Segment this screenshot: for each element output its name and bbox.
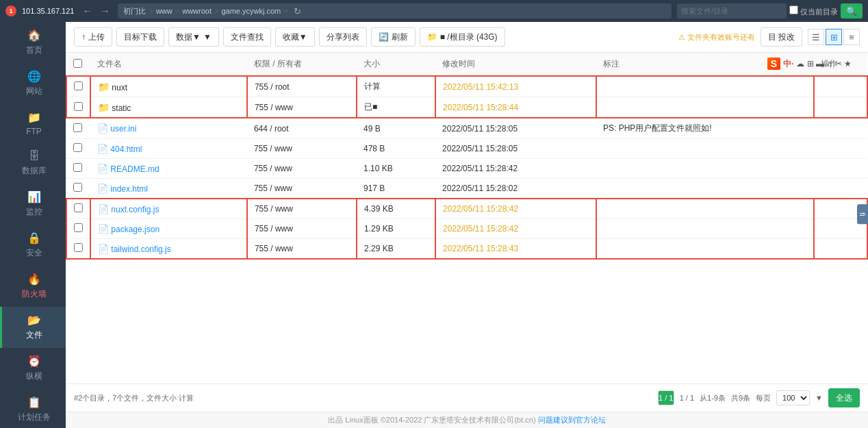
warning-icon: ⚠	[678, 33, 685, 42]
breadcrumb-part1[interactable]: 初门比	[123, 6, 146, 16]
row-size: 1.29 KB	[357, 219, 435, 239]
page-number[interactable]: 1 / 1	[658, 390, 674, 405]
table-row: 📄 package.json 755 / www 1.29 KB 2022/05…	[66, 219, 867, 239]
filename-link[interactable]: tailwind.config.js	[111, 244, 170, 254]
filename-link[interactable]: nuxt	[112, 83, 127, 92]
row-filename[interactable]: 📁 static	[90, 97, 247, 118]
sidebar-item-ftp[interactable]: 📁 FTP	[0, 104, 66, 143]
collect-button[interactable]: 收藏▼	[275, 27, 315, 47]
refresh-button[interactable]: 🔄 刷新	[371, 27, 416, 47]
page-total: 1 / 1	[680, 394, 694, 402]
file-table-wrap: 文件名 权限 / 所有者 大小 修改时间 标注 操作 📁 nuxt 755 / …	[66, 53, 868, 383]
header-check	[66, 53, 90, 76]
row-filename[interactable]: 📁 nuxt	[90, 76, 247, 97]
row-checkbox[interactable]	[73, 123, 82, 132]
log-view-button[interactable]: 目 投改	[761, 27, 802, 47]
view-detail-button[interactable]: ≡	[843, 29, 860, 45]
row-tag	[596, 139, 814, 159]
row-filename[interactable]: 📄 nuxt.config.js	[90, 199, 247, 219]
row-filename[interactable]: 📄 index.html	[90, 179, 247, 199]
sidebar-item-database[interactable]: 🗄 数据库	[0, 143, 66, 184]
filename-link[interactable]: 404.html	[110, 144, 142, 154]
sidebar-item-files[interactable]: 📂 文件	[0, 307, 66, 348]
back-button[interactable]: ←	[79, 4, 94, 18]
row-size: 4.39 KB	[357, 199, 435, 219]
filename-link[interactable]: nuxt.config.js	[111, 205, 159, 214]
current-dir-checkbox[interactable]	[789, 5, 798, 14]
row-checkbox[interactable]	[74, 243, 83, 252]
row-checkbox-cell[interactable]	[66, 159, 90, 179]
filename-link[interactable]: static	[112, 103, 131, 113]
filename-link[interactable]: README.md	[110, 164, 159, 174]
sidebar-item-crontab[interactable]: ⏰ 纵横	[0, 348, 66, 389]
per-page-select[interactable]: 100 50 200	[776, 390, 810, 405]
row-date: 2022/05/11 15:28:05	[435, 139, 596, 159]
search-input[interactable]	[677, 3, 787, 18]
row-checkbox[interactable]	[74, 203, 83, 212]
sidebar-item-tasks[interactable]: 📋 计划任务	[0, 389, 66, 428]
footer-link1[interactable]: 问题建议到官方论坛	[538, 416, 606, 424]
select-all-checkbox[interactable]	[73, 59, 82, 68]
check-button[interactable]: 文件查找	[223, 27, 271, 47]
row-checkbox-cell[interactable]	[66, 219, 90, 239]
sidebar-item-home[interactable]: 🏠 首页	[0, 22, 66, 63]
upload-button[interactable]: ↑ 上传	[74, 27, 112, 47]
download-button[interactable]: 目标下载	[116, 27, 164, 47]
row-checkbox[interactable]	[73, 183, 82, 192]
row-checkbox-cell[interactable]	[66, 239, 90, 260]
row-ops	[814, 139, 867, 159]
row-checkbox-cell[interactable]	[66, 199, 90, 219]
view-grid-button[interactable]: ⊞	[826, 29, 842, 45]
row-filename[interactable]: 📄 user.ini	[90, 118, 247, 139]
row-checkbox[interactable]	[74, 223, 83, 232]
filename-link[interactable]: user.ini	[110, 124, 136, 134]
more-button[interactable]: 数据▼ ▼	[168, 27, 219, 47]
space-button[interactable]: 📁 ■ /根目录 (43G)	[420, 27, 505, 47]
sidebar-item-monitor-label: 监控	[26, 206, 42, 218]
sidebar-item-security[interactable]: 🔒 安全	[0, 225, 66, 266]
row-checkbox[interactable]	[73, 143, 82, 152]
row-date: 2022/05/11 15:28:43	[435, 239, 596, 260]
page-range: 从1-9条	[700, 393, 726, 403]
view-list-button[interactable]: ☰	[808, 29, 824, 45]
row-filename[interactable]: 📄 README.md	[90, 159, 247, 179]
status-bar: #2个目录，7个文件，文件大小 计算 1 / 1 1 / 1 从1-9条 共9条…	[66, 383, 868, 412]
sidebar-item-firewall[interactable]: 🔥 防火墙	[0, 266, 66, 307]
select-all-button[interactable]: 全选	[828, 388, 860, 407]
table-row: 📄 index.html 755 / www 917 B 2022/05/11 …	[66, 179, 867, 199]
category-button[interactable]: 分享列表	[319, 27, 367, 47]
breadcrumb-part4[interactable]: game.ycywkj.com	[221, 7, 281, 15]
row-checkbox[interactable]	[74, 81, 83, 90]
search-button[interactable]: 🔍	[841, 3, 863, 18]
row-checkbox[interactable]	[74, 102, 83, 111]
row-checkbox-cell[interactable]	[66, 76, 90, 97]
row-checkbox-cell[interactable]	[66, 118, 90, 139]
row-checkbox[interactable]	[73, 163, 82, 172]
filename-link[interactable]: package.json	[111, 225, 159, 234]
row-checkbox-cell[interactable]	[66, 139, 90, 159]
notification-dot[interactable]: 1	[5, 5, 16, 16]
row-checkbox-cell[interactable]	[66, 97, 90, 118]
forward-button[interactable]: →	[97, 4, 112, 18]
storage-info: ⚠ 文件夹有效账号还有	[678, 32, 755, 42]
table-row: 📄 tailwind.config.js 755 / www 2.29 KB 2…	[66, 239, 867, 260]
row-perm: 644 / root	[247, 118, 357, 139]
row-checkbox-cell[interactable]	[66, 179, 90, 199]
sidebar-item-monitor[interactable]: 📊 监控	[0, 184, 66, 225]
row-filename[interactable]: 📄 tailwind.config.js	[90, 239, 247, 260]
breadcrumb-part2[interactable]: www	[156, 7, 173, 15]
table-header-row: 文件名 权限 / 所有者 大小 修改时间 标注 操作	[66, 53, 867, 76]
row-ops	[814, 76, 867, 97]
refresh-icon[interactable]: ↻	[294, 6, 301, 16]
table-row: 📄 README.md 755 / www 1.10 KB 2022/05/11…	[66, 159, 867, 179]
filename-link[interactable]: index.html	[110, 184, 148, 194]
row-date: 2022/05/11 15:28:44	[435, 97, 596, 118]
table-row: 📁 nuxt 755 / root 计算 2022/05/11 15:42:13	[66, 76, 867, 97]
row-filename[interactable]: 📄 404.html	[90, 139, 247, 159]
sidebar-item-site[interactable]: 🌐 网站	[0, 63, 66, 104]
breadcrumb-part3[interactable]: wwwroot	[182, 7, 212, 15]
folder-icon: 📁	[427, 32, 437, 42]
right-edge-tab[interactable]: fi	[857, 204, 868, 225]
row-date: 2022/05/11 15:28:05	[435, 118, 596, 139]
row-filename[interactable]: 📄 package.json	[90, 219, 247, 239]
